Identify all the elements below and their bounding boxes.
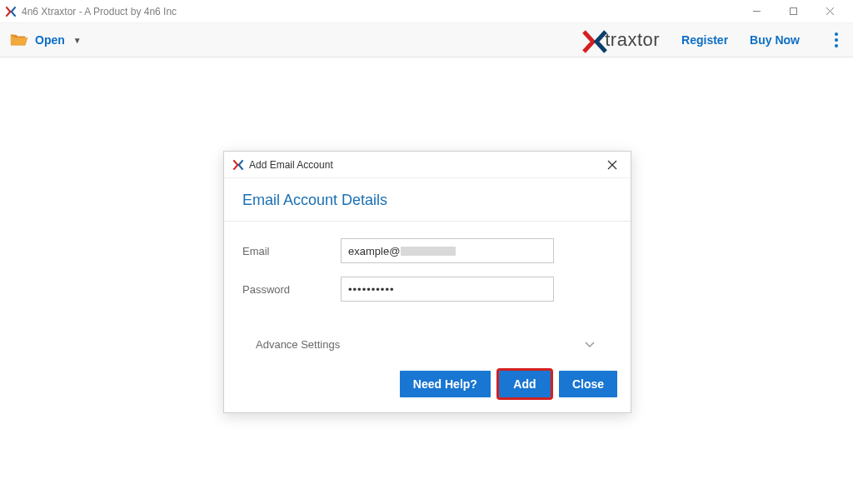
- window-title: 4n6 Xtraxtor - A Product by 4n6 Inc: [22, 6, 177, 17]
- dialog-titlebar: Add Email Account: [224, 152, 631, 178]
- svg-rect-1: [790, 8, 796, 15]
- brand-logo: traxtor: [582, 29, 660, 51]
- main-toolbar: Open ▼ traxtor Register Buy Now: [0, 23, 853, 57]
- chevron-down-icon: [584, 338, 596, 351]
- register-link[interactable]: Register: [681, 33, 728, 47]
- email-field[interactable]: example@: [341, 238, 554, 263]
- password-field[interactable]: ••••••••••: [341, 277, 554, 302]
- add-button[interactable]: Add: [499, 371, 551, 397]
- toolbar-links: Register Buy Now: [681, 32, 845, 47]
- kebab-dot-icon: [835, 44, 838, 47]
- password-row: Password ••••••••••: [242, 277, 612, 302]
- window-titlebar: 4n6 Xtraxtor - A Product by 4n6 Inc: [0, 0, 853, 23]
- dialog-close-button[interactable]: [602, 155, 622, 175]
- dialog-title: Add Email Account: [249, 159, 333, 171]
- close-button[interactable]: Close: [559, 371, 617, 397]
- advance-settings-toggle[interactable]: Advance Settings: [224, 323, 631, 371]
- password-value: ••••••••••: [348, 283, 395, 296]
- need-help-button[interactable]: Need Help?: [400, 371, 491, 397]
- close-window-button[interactable]: [811, 0, 848, 23]
- maximize-button[interactable]: [775, 0, 811, 23]
- dialog-heading: Email Account Details: [224, 178, 631, 222]
- brand-text: traxtor: [605, 29, 660, 51]
- kebab-dot-icon: [835, 32, 838, 36]
- buy-now-link[interactable]: Buy Now: [750, 33, 800, 47]
- dialog-body: Email Account Details Email example@ Pas…: [224, 178, 631, 412]
- dialog-app-icon: [232, 159, 244, 171]
- advance-settings-label: Advance Settings: [256, 338, 340, 351]
- email-label: Email: [242, 245, 341, 257]
- window-controls: [738, 0, 848, 23]
- brand-x-icon: [582, 29, 604, 51]
- toolbar-right: traxtor Register Buy Now: [582, 29, 845, 51]
- email-row: Email example@: [242, 238, 612, 263]
- email-redacted-icon: [401, 247, 456, 256]
- form-area: Email example@ Password ••••••••••: [224, 222, 631, 323]
- minimize-button[interactable]: [738, 0, 775, 23]
- kebab-dot-icon: [835, 38, 838, 42]
- open-menu-button[interactable]: Open ▼: [10, 32, 82, 47]
- open-label: Open: [35, 33, 65, 47]
- password-label: Password: [242, 283, 341, 296]
- add-email-account-dialog: Add Email Account Email Account Details …: [223, 151, 631, 413]
- email-value-visible: example@: [348, 245, 400, 257]
- open-dropdown-icon: ▼: [73, 36, 82, 45]
- dialog-button-row: Need Help? Add Close: [224, 371, 631, 412]
- app-logo-icon: [5, 6, 17, 17]
- more-menu-button[interactable]: [828, 32, 845, 47]
- folder-open-icon: [10, 32, 28, 47]
